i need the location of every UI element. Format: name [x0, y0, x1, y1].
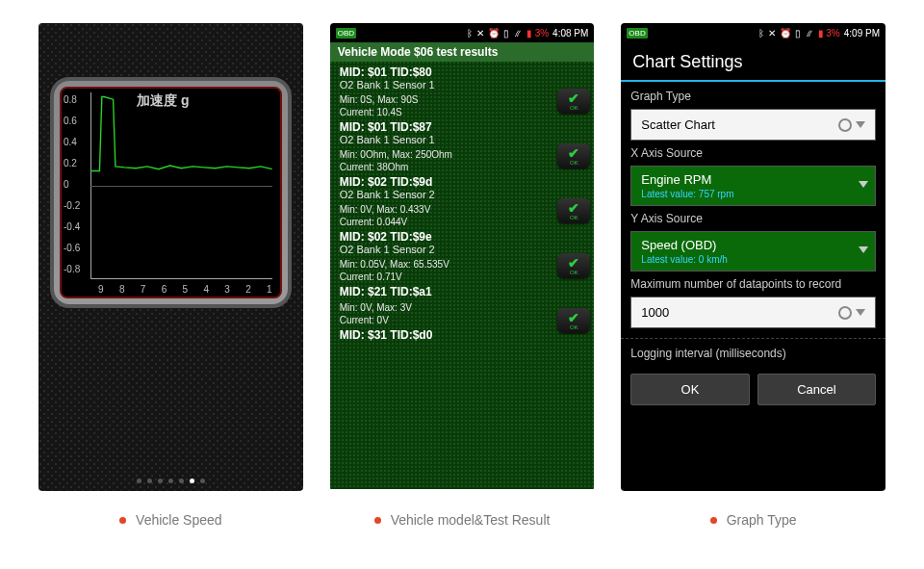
max-datapoints-select[interactable]: 1000 — [630, 297, 876, 328]
result-sensor: O2 Bank 1 Sensor 2 — [340, 244, 585, 255]
y-axis-select[interactable]: Speed (OBD) Latest value: 0 km/h — [630, 231, 876, 272]
x-tick: 9 — [98, 284, 104, 295]
caption-1: Vehicle Speed — [38, 499, 303, 528]
y-tick: -0.8 — [64, 264, 80, 274]
status-bar: OBD ᛒ ✕ ⏰ ▯ ⫽ ▮ 3% 4:08 PM — [330, 23, 595, 42]
x-tick: 4 — [203, 284, 209, 295]
graph-type-label: Graph Type — [630, 90, 876, 103]
y-tick: 0.2 — [64, 158, 77, 168]
alarm-icon: ⏰ — [488, 28, 500, 39]
interval-label: Logging interval (milliseconds) — [630, 347, 876, 360]
bullet-icon — [119, 517, 126, 524]
radio-icon — [838, 118, 852, 132]
status-ok-badge: ✔OK — [557, 198, 590, 223]
status-ok-badge: ✔OK — [557, 143, 590, 168]
cancel-button[interactable]: Cancel — [757, 374, 876, 405]
result-item[interactable]: MID: $31 TID:$d0 — [340, 328, 585, 342]
bluetooth-icon: ᛒ — [467, 28, 473, 39]
max-datapoints-label: Maximum number of datapoints to record — [630, 277, 876, 291]
mute-icon: ✕ — [476, 28, 484, 39]
battery-indicator: ▮ 3% — [818, 28, 840, 39]
result-sensor: O2 Bank 1 Sensor 1 — [340, 134, 585, 145]
result-item[interactable]: MID: $02 TID:$9eO2 Bank 1 Sensor 2Min: 0… — [340, 230, 585, 283]
result-stats: Min: 0.05V, Max: 65.535VCurrent: 0.71V — [340, 259, 585, 283]
radio-icon — [838, 306, 852, 320]
caption-3: Graph Type — [621, 499, 886, 528]
check-icon: ✔ — [568, 91, 579, 105]
x-tick: 7 — [141, 284, 146, 295]
result-stats: Min: 0Ohm, Max: 250OhmCurrent: 38Ohm — [340, 149, 585, 173]
sim-icon: ▯ — [795, 28, 801, 39]
battery-indicator: ▮ 3% — [526, 28, 549, 39]
alarm-icon: ⏰ — [780, 28, 791, 39]
result-mid: MID: $02 TID:$9d — [340, 175, 585, 189]
status-ok-badge: ✔OK — [557, 253, 590, 278]
y-tick: -0.2 — [64, 200, 80, 211]
result-item[interactable]: MID: $02 TID:$9dO2 Bank 1 Sensor 2Min: 0… — [340, 175, 585, 228]
y-tick: -0.6 — [64, 243, 80, 253]
result-mid: MID: $31 TID:$d0 — [340, 328, 585, 342]
ok-button[interactable]: OK — [630, 374, 749, 405]
result-item[interactable]: MID: $01 TID:$87O2 Bank 1 Sensor 1Min: 0… — [340, 120, 585, 173]
status-bar: OBD ᛒ ✕ ⏰ ▯ ⫽ ▮ 3% 4:09 PM — [621, 23, 886, 42]
result-item[interactable]: MID: $01 TID:$80O2 Bank 1 Sensor 1Min: 0… — [340, 65, 585, 118]
chevron-down-icon — [859, 181, 868, 188]
y-tick: 0.6 — [64, 116, 77, 126]
bullet-icon — [710, 517, 717, 524]
x-axis-select[interactable]: Engine RPM Latest value: 757 rpm — [630, 166, 876, 206]
chevron-down-icon — [856, 309, 865, 316]
page-indicator[interactable] — [38, 478, 303, 483]
check-icon: ✔ — [568, 311, 579, 324]
phone-vehicle-speed: 加速度 g 987654321 0.80.60.40.20-0.2-0.4-0.… — [38, 23, 303, 491]
result-item[interactable]: MID: $21 TID:$a1Min: 0V, Max: 3VCurrent:… — [340, 285, 585, 326]
phone-chart-settings: OBD ᛒ ✕ ⏰ ▯ ⫽ ▮ 3% 4:09 PM Chart Setting… — [621, 23, 886, 491]
obd-chip-icon: OBD — [336, 28, 356, 39]
results-header: Vehicle Mode $06 test results — [330, 42, 595, 62]
clock: 4:09 PM — [844, 28, 880, 39]
graph-type-select[interactable]: Scatter Chart — [630, 109, 876, 141]
result-mid: MID: $21 TID:$a1 — [340, 285, 585, 298]
obd-chip-icon: OBD — [627, 28, 647, 39]
check-icon: ✔ — [568, 201, 579, 215]
x-tick: 8 — [119, 284, 125, 295]
result-mid: MID: $01 TID:$80 — [340, 65, 585, 79]
result-mid: MID: $02 TID:$9e — [340, 230, 585, 244]
dialog-title: Chart Settings — [621, 42, 886, 82]
results-list[interactable]: MID: $01 TID:$80O2 Bank 1 Sensor 1Min: 0… — [330, 62, 595, 489]
x-tick: 6 — [162, 284, 167, 295]
chevron-down-icon — [856, 121, 865, 128]
chart-line — [90, 92, 272, 249]
x-axis — [90, 278, 272, 279]
caption-2: Vehicle model&Test Result — [330, 499, 595, 528]
check-icon: ✔ — [568, 146, 579, 160]
x-tick: 3 — [224, 284, 230, 295]
result-stats: Min: 0S, Max: 90SCurrent: 10.4S — [340, 94, 585, 118]
check-icon: ✔ — [568, 256, 579, 270]
status-ok-badge: ✔OK — [557, 89, 590, 114]
bluetooth-icon: ᛒ — [758, 28, 764, 39]
x-tick: 2 — [245, 284, 251, 295]
result-mid: MID: $01 TID:$87 — [340, 120, 585, 134]
y-tick: 0.4 — [64, 137, 77, 147]
y-axis-label: Y Axis Source — [630, 212, 876, 225]
result-sensor: O2 Bank 1 Sensor 2 — [340, 189, 585, 200]
chevron-down-icon — [859, 246, 868, 253]
result-sensor: O2 Bank 1 Sensor 1 — [340, 79, 585, 91]
result-stats: Min: 0V, Max: 0.433VCurrent: 0.044V — [340, 204, 585, 228]
x-axis-label: X Axis Source — [630, 146, 876, 160]
y-tick: -0.4 — [64, 221, 80, 232]
bullet-icon — [374, 517, 381, 524]
y-tick: 0 — [64, 179, 69, 190]
chart-panel: 加速度 g 987654321 0.80.60.40.20-0.2-0.4-0.… — [50, 77, 292, 308]
signal-icon: ⫽ — [513, 28, 523, 39]
divider — [621, 338, 886, 339]
phone-test-results: OBD ᛒ ✕ ⏰ ▯ ⫽ ▮ 3% 4:08 PM Vehicle Mode … — [330, 23, 595, 491]
signal-icon: ⫽ — [805, 28, 814, 39]
mute-icon: ✕ — [768, 28, 776, 39]
y-tick: 0.8 — [64, 94, 77, 105]
clock: 4:08 PM — [552, 28, 588, 39]
x-tick: 5 — [183, 284, 189, 295]
x-ticks: 987654321 — [98, 284, 272, 295]
x-tick: 1 — [267, 284, 272, 295]
result-stats: Min: 0V, Max: 3VCurrent: 0V — [340, 302, 585, 326]
